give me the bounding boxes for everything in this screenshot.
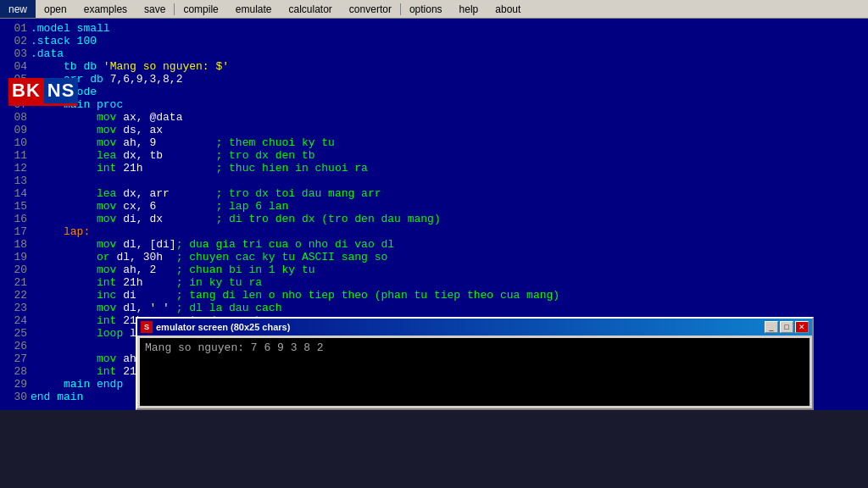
menu-compile[interactable]: compile — [175, 0, 226, 18]
menu-new[interactable]: new — [0, 0, 36, 18]
code-line-16: 16 mov di, dx ; di tro den dx (tro den d… — [3, 213, 865, 225]
code-line-08: 08 mov ax, @data — [3, 111, 865, 124]
emulator-output: Mang so nguyen: 7 6 9 3 8 2 — [145, 341, 804, 354]
code-line-20: 20 mov ah, 2 ; chuan bi in 1 ky tu — [3, 263, 865, 276]
logo-underline — [8, 103, 78, 106]
code-line-21: 21 int 21h ; in ky tu ra — [3, 276, 865, 289]
code-line-02: 02 .stack 100 — [3, 35, 865, 47]
menu-help[interactable]: help — [451, 0, 487, 18]
maximize-button[interactable]: □ — [780, 321, 793, 333]
code-line-19: 19 or dl, 30h ; chuyen cac ky tu ASCII s… — [3, 251, 865, 263]
code-line-18: 18 mov dl, [di]; dua gia tri cua o nho d… — [3, 238, 865, 251]
code-line-17: 17 lap: — [3, 225, 865, 238]
code-line-09: 09 mov ds, ax — [3, 124, 865, 136]
logo-ns: NS — [44, 78, 79, 103]
emulator-controls: _ □ ✕ — [765, 321, 809, 333]
menu-examples[interactable]: examples — [75, 0, 136, 18]
code-line-23: 23 mov dl, ' ' ; dl la dau cach — [3, 302, 865, 314]
emulator-titlebar: S emulator screen (80x25 chars) _ □ ✕ — [137, 319, 812, 336]
code-line-13: 13 — [3, 175, 865, 187]
menu-calculator[interactable]: calculator — [281, 0, 341, 18]
menu-about[interactable]: about — [487, 0, 529, 18]
code-line-11: 11 lea dx, tb ; tro dx den tb — [3, 149, 865, 162]
menubar: new open examples save compile emulate c… — [0, 0, 868, 19]
code-line-14: 14 lea dx, arr ; tro dx toi dau mang arr — [3, 187, 865, 200]
code-line-12: 12 int 21h ; thuc hien in chuoi ra — [3, 162, 865, 175]
close-button[interactable]: ✕ — [795, 321, 809, 333]
menu-options[interactable]: options — [401, 0, 451, 18]
code-line-03: 03 .data — [3, 47, 865, 60]
menu-convertor[interactable]: convertor — [341, 0, 400, 18]
code-line-04: 04 tb db 'Mang so nguyen: $' — [3, 60, 865, 73]
code-editor[interactable]: BK NS 01 .model small 02 .stack 100 03 .… — [0, 19, 868, 410]
emulator-screen: Mang so nguyen: 7 6 9 3 8 2 — [140, 338, 810, 406]
code-line-01: 01 .model small — [3, 22, 865, 35]
emulator-window: S emulator screen (80x25 chars) _ □ ✕ Ma… — [136, 317, 814, 410]
emulator-title: S emulator screen (80x25 chars) — [141, 321, 290, 333]
code-line-05: 05 arr db 7,6,9,3,8,2 — [3, 73, 865, 86]
code-line-22: 22 inc di ; tang di len o nho tiep theo … — [3, 289, 865, 302]
emulator-title-text: emulator screen (80x25 chars) — [156, 322, 290, 332]
code-line-07: 07 main proc — [3, 98, 865, 111]
emulator-icon: S — [141, 321, 153, 333]
minimize-button[interactable]: _ — [765, 321, 778, 333]
menu-save[interactable]: save — [136, 0, 174, 18]
menu-emulate[interactable]: emulate — [227, 0, 281, 18]
logo-bk: BK — [8, 78, 44, 103]
code-line-06: 06 .code — [3, 86, 865, 98]
code-line-15: 15 mov cx, 6 ; lap 6 lan — [3, 200, 865, 213]
code-line-10: 10 mov ah, 9 ; them chuoi ky tu — [3, 136, 865, 149]
logo: BK NS — [8, 78, 78, 103]
menu-open[interactable]: open — [36, 0, 75, 18]
